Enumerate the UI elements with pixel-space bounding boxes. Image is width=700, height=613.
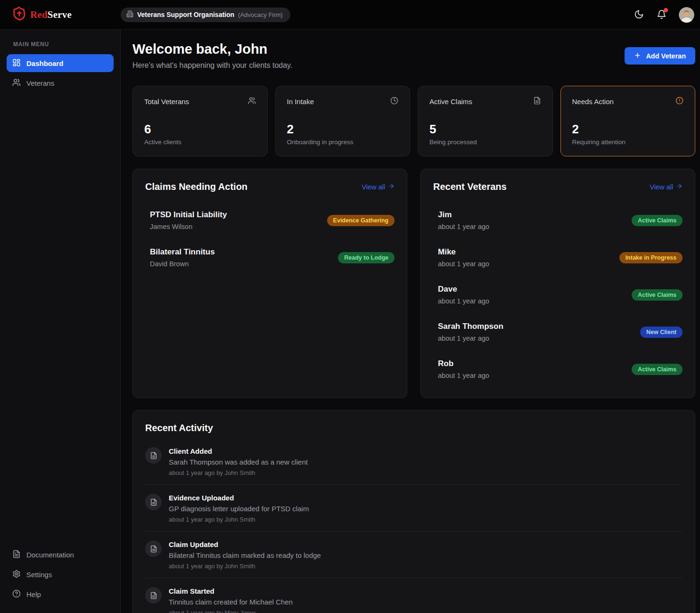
stat-title: In Intake (287, 98, 314, 106)
sidebar-item-label: Settings (26, 571, 52, 579)
brand-logo: RedServe (12, 6, 72, 24)
veteran-row[interactable]: Jim about 1 year ago Active Claims (433, 210, 683, 230)
file-icon (533, 97, 541, 106)
veteran-row[interactable]: Rob about 1 year ago Active Claims (433, 359, 683, 379)
stat-caption: Onboarding in progress (287, 139, 399, 146)
theme-toggle-button[interactable] (634, 9, 644, 20)
moon-icon (634, 14, 644, 21)
stat-card-in-intake: In Intake 2 Onboarding in progress (275, 86, 411, 156)
alert-circle-icon (675, 97, 684, 106)
stat-title: Needs Action (572, 98, 614, 106)
sidebar-item-help[interactable]: Help (7, 585, 114, 604)
document-icon (12, 550, 21, 560)
activity-meta: about 1 year ago by Mary Jones (169, 609, 293, 613)
sidebar-item-label: Help (26, 590, 41, 598)
help-circle-icon (12, 589, 21, 599)
claims-view-all-link[interactable]: View all (362, 183, 395, 191)
activity-item: Claim Updated Bilateral Tinnitus claim m… (145, 531, 683, 578)
claim-title: Bilateral Tinnitus (150, 247, 215, 257)
activity-description: Bilateral Tinnitus claim marked as ready… (169, 551, 321, 559)
activity-meta: about 1 year ago by John Smith (169, 469, 308, 476)
panel-title: Recent Activity (145, 423, 213, 433)
panel-title: Claims Needing Action (145, 181, 247, 192)
stat-caption: Requiring attention (572, 139, 684, 146)
arrow-right-icon (388, 183, 395, 191)
sidebar-nav: Dashboard Veterans (7, 54, 114, 94)
view-all-label: View all (362, 183, 385, 191)
status-badge: Intake in Progress (619, 252, 683, 263)
claim-client: James Wilson (150, 223, 227, 230)
veteran-time: about 1 year ago (438, 372, 489, 379)
dashboard-grid-icon (12, 58, 21, 68)
page-title: Welcome back, John (132, 41, 292, 57)
sidebar-item-dashboard[interactable]: Dashboard (7, 54, 114, 72)
claim-title: PTSD Initial Liability (150, 210, 227, 220)
claim-row[interactable]: Bilateral Tinnitus David Brown Ready to … (145, 247, 395, 268)
veteran-row[interactable]: Mike about 1 year ago Intake in Progress (433, 247, 683, 268)
document-icon (145, 447, 162, 464)
claims-needing-action-panel: Claims Needing Action View all PTSD Init… (132, 169, 407, 398)
stat-card-total-veterans: Total Veterans 6 Active clients (132, 86, 268, 156)
sidebar: MAIN MENU Dashboard Veterans (0, 30, 121, 613)
veteran-time: about 1 year ago (438, 335, 503, 342)
stat-value: 2 (287, 123, 399, 136)
topbar-actions (634, 7, 694, 23)
bell-icon (657, 14, 667, 21)
app-root: RedServe Veterans Support Organisation (… (0, 0, 700, 613)
activity-meta: about 1 year ago by John Smith (169, 516, 309, 523)
veteran-name: Rob (438, 359, 489, 368)
stat-caption: Active clients (144, 139, 256, 146)
sidebar-item-veterans[interactable]: Veterans (7, 74, 114, 92)
topbar: RedServe Veterans Support Organisation (… (0, 0, 700, 30)
panel-title: Recent Veterans (433, 181, 507, 192)
status-badge: New Client (640, 327, 683, 338)
panels-row: Claims Needing Action View all PTSD Init… (132, 169, 695, 398)
activity-title: Client Added (169, 447, 308, 455)
stat-value: 5 (429, 123, 541, 136)
veterans-view-all-link[interactable]: View all (650, 183, 683, 191)
notifications-button[interactable] (656, 9, 667, 20)
shield-arrow-logo-icon (12, 6, 26, 24)
activity-title: Claim Updated (169, 540, 321, 548)
veteran-row[interactable]: Dave about 1 year ago Active Claims (433, 285, 683, 305)
sidebar-item-settings[interactable]: Settings (7, 565, 114, 584)
claim-row[interactable]: PTSD Initial Liability James Wilson Evid… (145, 210, 395, 230)
activity-description: GP diagnosis letter uploaded for PTSD cl… (169, 505, 309, 513)
document-icon (145, 494, 162, 510)
view-all-label: View all (650, 183, 673, 191)
add-veteran-button[interactable]: Add Veteran (625, 47, 695, 65)
stat-card-active-claims: Active Claims 5 Being processed (418, 86, 553, 156)
sidebar-item-label: Dashboard (26, 59, 63, 67)
veteran-row[interactable]: Sarah Thompson about 1 year ago New Clie… (433, 322, 683, 342)
users-icon (12, 78, 21, 88)
organisation-switcher[interactable]: Veterans Support Organisation (Advocacy … (121, 8, 290, 22)
status-badge: Active Claims (632, 364, 683, 375)
status-badge: Active Claims (632, 215, 683, 226)
activity-meta: about 1 year ago by John Smith (169, 563, 321, 570)
user-avatar[interactable] (679, 7, 694, 23)
sidebar-item-documentation[interactable]: Documentation (7, 545, 114, 564)
main-content: Welcome back, John Here's what's happeni… (121, 30, 700, 613)
activity-item: Claim Started Tinnitus claim created for… (145, 578, 683, 613)
veteran-time: about 1 year ago (438, 297, 489, 305)
shell: MAIN MENU Dashboard Veterans (0, 30, 700, 613)
activity-title: Claim Started (169, 587, 293, 595)
stat-value: 6 (144, 123, 256, 136)
veteran-time: about 1 year ago (438, 223, 489, 230)
status-badge: Active Claims (632, 289, 683, 301)
brand-name: RedServe (30, 9, 72, 21)
status-badge: Evidence Gathering (327, 215, 395, 226)
page-subtitle: Here's what's happening with your client… (132, 61, 292, 70)
plus-icon (634, 52, 641, 60)
status-badge: Ready to Lodge (338, 252, 395, 263)
stat-caption: Being processed (429, 139, 541, 146)
gear-icon (12, 570, 21, 580)
stat-title: Total Veterans (144, 98, 189, 106)
activity-description: Tinnitus claim created for Michael Chen (169, 598, 293, 606)
arrow-right-icon (676, 183, 683, 191)
stat-value: 2 (572, 123, 684, 136)
activity-list: Client Added Sarah Thompson was added as… (133, 433, 695, 613)
organisation-name: Veterans Support Organisation (137, 11, 234, 18)
veteran-name: Dave (438, 285, 489, 294)
activity-item: Evidence Uploaded GP diagnosis letter up… (145, 485, 683, 531)
